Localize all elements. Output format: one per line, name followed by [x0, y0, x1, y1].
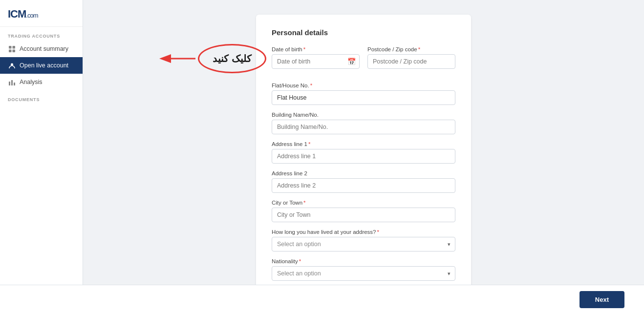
dob-input[interactable]: [272, 54, 360, 69]
how-long-label: How long you have lived at your address?…: [272, 229, 455, 235]
nationality-select[interactable]: Select an option: [272, 266, 455, 281]
grid-icon: [8, 45, 16, 53]
next-button[interactable]: Next: [580, 291, 624, 308]
how-long-select-wrapper: Select an option ▾: [272, 237, 455, 251]
bottom-bar: Next: [0, 285, 644, 314]
svg-rect-5: [9, 82, 10, 85]
sidebar-item-open-live-account[interactable]: Open live account: [0, 57, 83, 74]
city-group: City or Town*: [272, 200, 455, 222]
svg-rect-1: [12, 46, 15, 49]
flat-house-label: Flat/House No.*: [272, 83, 455, 88]
postcode-group: Postcode / Zip code*: [367, 46, 455, 69]
svg-rect-2: [9, 49, 12, 52]
dob-group: Date of birth* 📅: [272, 46, 360, 69]
sidebar-item-label: Account summary: [20, 45, 68, 52]
user-icon: [8, 62, 16, 69]
postcode-label: Postcode / Zip code*: [367, 46, 455, 52]
annotation-overlay: کلیک کنید: [169, 44, 266, 73]
how-long-select[interactable]: Select an option: [272, 237, 455, 251]
svg-rect-7: [14, 83, 15, 85]
nationality-select-wrapper: Select an option ▾: [272, 266, 455, 281]
nationality-label: Nationality*: [272, 258, 455, 264]
city-input[interactable]: [272, 208, 455, 222]
sidebar-item-account-summary[interactable]: Account summary: [0, 41, 83, 57]
sidebar: ICM.com TRADING ACCOUNTS Account summary…: [0, 0, 83, 314]
address1-label: Address line 1*: [272, 141, 455, 147]
address2-input[interactable]: [272, 178, 455, 193]
building-input[interactable]: [272, 120, 455, 134]
annotation-text: کلیک کنید: [213, 53, 252, 64]
annotation-arrow: [169, 51, 198, 66]
personal-details-form: Personal details Date of birth* 📅 Postco…: [256, 15, 471, 314]
logo-text: ICM.com: [8, 8, 38, 20]
address2-label: Address line 2: [272, 170, 455, 176]
how-long-group: How long you have lived at your address?…: [272, 229, 455, 251]
nationality-group: Nationality* Select an option ▾: [272, 258, 455, 281]
address1-group: Address line 1*: [272, 141, 455, 164]
calendar-icon: 📅: [347, 58, 356, 65]
sidebar-item-label: Analysis: [20, 79, 43, 85]
main-content: کلیک کنید Personal details Date of birth…: [83, 0, 644, 314]
city-label: City or Town*: [272, 200, 455, 206]
flat-house-group: Flat/House No.*: [272, 83, 455, 105]
trading-accounts-label: TRADING ACCOUNTS: [0, 27, 83, 41]
dob-label: Date of birth*: [272, 46, 360, 52]
form-title: Personal details: [272, 28, 455, 37]
address1-input[interactable]: [272, 149, 455, 164]
building-label: Building Name/No.: [272, 112, 455, 118]
postcode-input[interactable]: [367, 54, 455, 69]
sidebar-item-label: Open live account: [20, 62, 68, 69]
documents-label: DOCUMENTS: [0, 90, 83, 104]
svg-rect-0: [9, 46, 12, 49]
chart-icon: [8, 78, 16, 86]
address2-group: Address line 2: [272, 170, 455, 193]
building-group: Building Name/No.: [272, 112, 455, 134]
dob-postcode-row: Date of birth* 📅 Postcode / Zip code*: [272, 46, 455, 76]
svg-rect-3: [12, 49, 15, 52]
sidebar-item-analysis[interactable]: Analysis: [0, 74, 83, 90]
svg-rect-6: [11, 80, 13, 85]
logo: ICM.com: [0, 0, 83, 27]
dob-input-wrapper: 📅: [272, 54, 360, 69]
flat-house-input[interactable]: [272, 90, 455, 105]
